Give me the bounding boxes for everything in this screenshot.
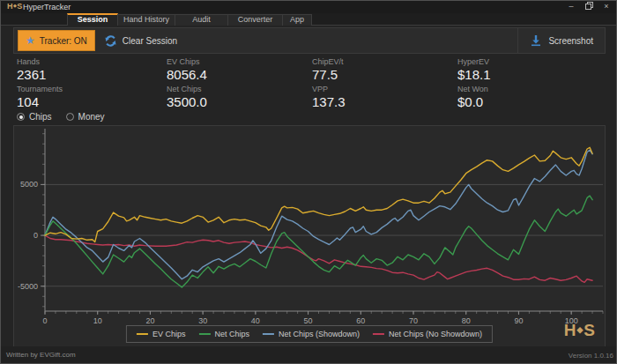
stat-net-won: Net Won $0.0 xyxy=(457,85,605,112)
stat-label: Tournaments xyxy=(17,85,167,94)
svg-text:80: 80 xyxy=(462,316,471,325)
legend-item: Net Chips (Showdown) xyxy=(263,330,360,338)
refresh-icon xyxy=(104,34,117,48)
screenshot-label: Screenshot xyxy=(548,36,593,46)
legend-swatch-icon xyxy=(263,333,274,335)
legend-label: Net Chips (No Showdown) xyxy=(389,330,482,338)
svg-text:60: 60 xyxy=(356,316,365,325)
window-controls: – × xyxy=(566,2,612,11)
radio-dot-icon xyxy=(66,113,74,121)
stat-ev-chips: EV Chips 8056.4 xyxy=(167,57,312,85)
tab-hand-history[interactable]: Hand History xyxy=(117,14,175,26)
legend-item: Net Chips xyxy=(198,330,249,338)
session-graph-panel: -5000050000102030405060708090100 EV Chip… xyxy=(13,125,606,347)
stat-chipev-per-t: ChipEV/t 77.5 xyxy=(312,57,457,85)
app-window: H◆S HyperTracker – × Session Hand Histor… xyxy=(0,0,617,364)
restore-icon xyxy=(585,2,593,10)
clear-session-label: Clear Session xyxy=(123,36,177,46)
stat-label: HyperEV xyxy=(457,57,605,67)
stat-value: 77.5 xyxy=(312,67,457,83)
view-toggle: Chips Money xyxy=(17,112,105,122)
stat-net-chips: Net Chips 3500.0 xyxy=(167,85,312,112)
svg-text:50: 50 xyxy=(304,316,313,325)
stat-label: Net Won xyxy=(457,85,605,94)
window-title: HyperTracker xyxy=(23,3,71,11)
legend-item: Net Chips (No Showdown) xyxy=(373,330,482,338)
restore-button[interactable] xyxy=(584,2,594,11)
stat-value: 137.3 xyxy=(312,94,457,110)
tab-converter[interactable]: Converter xyxy=(227,14,283,26)
download-icon xyxy=(530,34,542,47)
svg-text:0: 0 xyxy=(42,316,47,325)
stat-value: 8056.4 xyxy=(167,67,312,83)
stat-label: EV Chips xyxy=(167,57,312,67)
hs-logo: H◆S xyxy=(564,321,596,340)
stat-hyperev: HyperEV $18.1 xyxy=(457,57,605,85)
svg-text:70: 70 xyxy=(409,316,418,325)
radio-dot-icon xyxy=(17,113,25,121)
stat-tournaments: Tournaments 104 xyxy=(17,85,167,112)
stat-value: 2361 xyxy=(17,67,167,83)
stat-label: ChipEV/t xyxy=(312,57,457,67)
stat-label: VPP xyxy=(312,85,457,94)
legend-swatch-icon xyxy=(137,333,148,335)
svg-text:0: 0 xyxy=(33,231,38,240)
stat-value: 3500.0 xyxy=(167,94,312,110)
svg-text:30: 30 xyxy=(198,316,207,325)
tab-app[interactable]: App xyxy=(282,14,312,26)
version-text: Version 1.0.16 xyxy=(569,352,613,360)
minimize-button[interactable]: – xyxy=(566,2,576,11)
legend-swatch-icon xyxy=(373,333,384,335)
stat-value: $0.0 xyxy=(457,94,605,110)
radio-chips[interactable]: Chips xyxy=(17,112,52,122)
legend-swatch-icon xyxy=(198,333,210,335)
screenshot-button[interactable]: Screenshot xyxy=(517,28,605,53)
star-icon: ★ xyxy=(26,36,35,45)
legend-label: Net Chips xyxy=(214,330,249,338)
chart-legend: EV ChipsNet ChipsNet Chips (Showdown)Net… xyxy=(126,325,493,343)
tab-audit[interactable]: Audit xyxy=(175,14,228,26)
stat-vpp: VPP 137.3 xyxy=(312,85,457,112)
radio-money[interactable]: Money xyxy=(66,112,105,122)
stat-value: 104 xyxy=(17,94,167,110)
clear-session-button[interactable]: Clear Session xyxy=(104,34,177,48)
toolbar: ★ Tracker: ON Clear Session Screenshot xyxy=(13,27,606,54)
legend-label: Net Chips (Showdown) xyxy=(279,330,360,338)
stat-hands: Hands 2361 xyxy=(17,57,167,85)
stat-value: $18.1 xyxy=(457,67,605,83)
tracker-button-label: Tracker: ON xyxy=(40,36,87,46)
stat-label: Hands xyxy=(17,57,167,67)
title-bar: H◆S HyperTracker – × xyxy=(1,1,616,13)
close-button[interactable]: × xyxy=(601,2,612,11)
svg-text:40: 40 xyxy=(251,316,260,325)
app-logo-icon: H◆S xyxy=(7,2,23,11)
credit-text: Written by EVGift.com xyxy=(6,351,76,359)
svg-text:20: 20 xyxy=(145,316,154,325)
svg-text:-5000: -5000 xyxy=(18,282,38,291)
session-stats: Hands 2361 Tournaments 104 EV Chips 8056… xyxy=(17,57,605,112)
tab-strip: Session Hand History Audit Converter App xyxy=(1,13,616,26)
svg-text:10: 10 xyxy=(93,316,102,325)
session-graph: -5000050000102030405060708090100 xyxy=(14,126,605,327)
tab-session[interactable]: Session xyxy=(67,13,118,26)
legend-label: EV Chips xyxy=(152,330,186,338)
radio-chips-label: Chips xyxy=(29,112,52,122)
svg-text:90: 90 xyxy=(514,316,523,325)
status-bar: Written by EVGift.com Version 1.0.16 xyxy=(1,346,616,363)
radio-money-label: Money xyxy=(78,112,105,122)
svg-text:5000: 5000 xyxy=(20,180,38,189)
tracker-toggle-button[interactable]: ★ Tracker: ON xyxy=(18,30,95,51)
legend-item: EV Chips xyxy=(137,330,186,338)
stat-label: Net Chips xyxy=(167,85,312,94)
